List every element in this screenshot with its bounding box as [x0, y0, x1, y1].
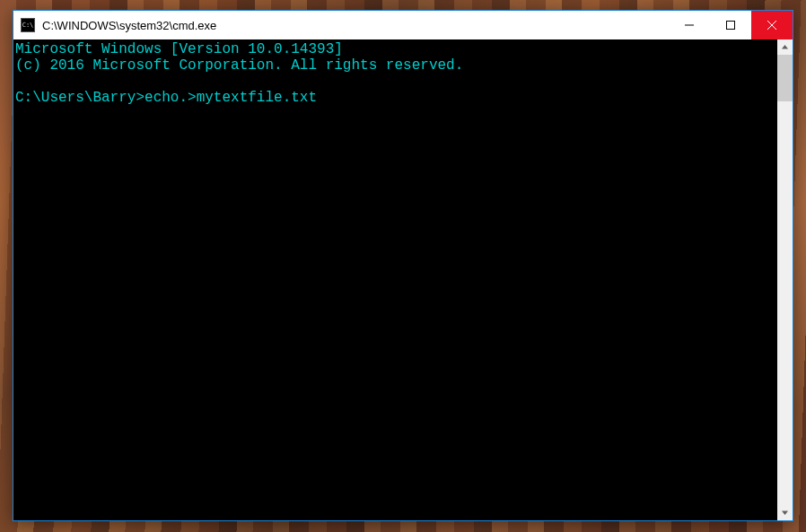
- console-line-copyright: (c) 2016 Microsoft Corporation. All righ…: [15, 57, 463, 74]
- minimize-icon: [685, 21, 694, 30]
- maximize-button[interactable]: [710, 11, 751, 39]
- scrollbar-up-button[interactable]: [777, 39, 793, 55]
- svg-marker-5: [782, 511, 788, 516]
- vertical-scrollbar[interactable]: [777, 39, 793, 520]
- console-command: echo.>mytextfile.txt: [145, 90, 317, 106]
- window-title: C:\WINDOWS\system32\cmd.exe: [42, 19, 669, 32]
- scrollbar-down-button[interactable]: [777, 505, 793, 520]
- console-output[interactable]: Microsoft Windows [Version 10.0.14393] (…: [13, 39, 777, 520]
- titlebar[interactable]: C:\ C:\WINDOWS\system32\cmd.exe: [13, 11, 793, 39]
- minimize-button[interactable]: [669, 11, 710, 39]
- close-button[interactable]: [751, 11, 793, 39]
- chevron-down-icon: [781, 509, 789, 517]
- cmd-icon: C:\: [21, 18, 35, 32]
- scrollbar-track[interactable]: [777, 55, 793, 505]
- window-controls: [669, 11, 793, 39]
- chevron-up-icon: [781, 43, 789, 51]
- svg-rect-1: [727, 22, 735, 30]
- console-prompt: C:\Users\Barry>: [15, 90, 145, 106]
- maximize-icon: [726, 21, 735, 30]
- client-area: Microsoft Windows [Version 10.0.14393] (…: [13, 39, 793, 520]
- cmd-window: C:\ C:\WINDOWS\system32\cmd.exe Microsof…: [13, 10, 793, 521]
- console-line-version: Microsoft Windows [Version 10.0.14393]: [15, 41, 343, 57]
- svg-marker-4: [782, 45, 788, 49]
- close-icon: [767, 21, 776, 30]
- scrollbar-thumb[interactable]: [777, 55, 793, 101]
